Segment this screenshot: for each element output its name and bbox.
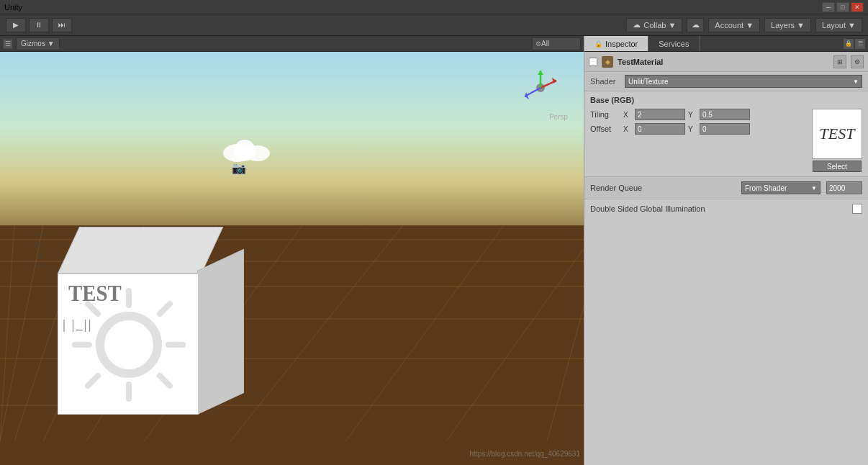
shader-value: Unlit/Texture xyxy=(628,78,669,86)
app-title: Unity xyxy=(4,3,22,12)
layers-dropdown[interactable]: Layers ▼ xyxy=(764,18,811,32)
render-queue-dropdown-value: From Shader xyxy=(745,184,787,192)
search-input[interactable] xyxy=(541,40,577,48)
render-queue-label: Render Queue xyxy=(590,184,736,192)
render-queue-value[interactable]: 2000 xyxy=(826,181,862,194)
offset-x-input[interactable] xyxy=(635,123,685,135)
select-label: Select xyxy=(827,163,847,171)
toolbar-right: ☁ Collab ▼ ☁ Account ▼ Layers ▼ Layout ▼ xyxy=(626,18,862,32)
layout-dropdown[interactable]: Layout ▼ xyxy=(815,18,862,32)
material-header: ◆ TestMaterial ⊞ ⚙ xyxy=(584,52,868,72)
collab-label: Collab ▼ xyxy=(643,21,676,30)
material-icon: ◆ xyxy=(602,56,613,68)
step-button[interactable]: ⏭ xyxy=(52,18,72,32)
minimize-button[interactable]: ─ xyxy=(822,2,835,12)
cube-front-face: TEST | |_|| xyxy=(58,274,199,415)
window-controls: ─ □ ✕ xyxy=(822,2,864,12)
tiling-y-input[interactable] xyxy=(700,109,750,120)
material-name-label: TestMaterial xyxy=(618,58,829,66)
cube-top-text: TEST xyxy=(32,231,45,272)
double-sided-row: Double Sided Global Illumination xyxy=(584,199,868,218)
collab-dropdown[interactable]: ☁ Collab ▼ xyxy=(626,18,682,32)
offset-x-label: X xyxy=(623,125,632,133)
layout-label: Layout ▼ xyxy=(822,21,856,30)
maximize-button[interactable]: □ xyxy=(836,2,849,12)
panel-lock-button[interactable]: 🔒 xyxy=(844,39,854,49)
inspector-content: ◆ TestMaterial ⊞ ⚙ Shader Unlit/Texture … xyxy=(584,52,868,465)
tiling-row: Tiling X Y xyxy=(590,109,806,120)
shader-row: Shader Unlit/Texture ▼ xyxy=(584,72,868,91)
camera-icon: 📷 xyxy=(232,161,246,175)
main-content: ☰ Gizmos ▼ ⚙ xyxy=(0,36,868,465)
svg-line-13 xyxy=(230,225,403,441)
gizmos-button[interactable]: Gizmos ▼ xyxy=(16,37,60,50)
svg-marker-30 xyxy=(538,71,543,75)
play-button[interactable]: ▶ xyxy=(6,18,26,32)
title-bar: Unity ─ □ ✕ xyxy=(0,0,868,14)
account-dropdown[interactable]: Account ▼ xyxy=(708,18,760,32)
texture-select-button[interactable]: Select xyxy=(813,161,862,172)
orientation-gizmo xyxy=(519,66,562,109)
render-queue-dropdown[interactable]: From Shader ▼ xyxy=(741,181,820,194)
watermark: https://blog.csdn.net/qq_40629631 xyxy=(470,450,580,458)
scene-toolbar: ☰ Gizmos ▼ ⚙ xyxy=(0,36,584,52)
cube-right-face xyxy=(197,249,244,415)
cloud-part-3 xyxy=(245,145,270,161)
scene-toolbar-right: ⚙ xyxy=(532,37,581,50)
tiling-x-input[interactable] xyxy=(635,109,685,120)
svg-line-7 xyxy=(0,225,14,441)
texture-preview: TEST xyxy=(812,109,862,159)
scene-cube: TEST | |_|| TEST xyxy=(22,206,230,415)
material-active-checkbox[interactable] xyxy=(589,58,597,66)
perspective-label: Persp xyxy=(549,113,568,121)
base-rgb-section: Base (RGB) Tiling X Y Offset xyxy=(584,91,868,177)
cube-text-middle: | |_|| xyxy=(63,317,92,333)
tab-services[interactable]: Services xyxy=(648,36,700,51)
render-queue-number: 2000 xyxy=(829,184,845,192)
gizmo-svg xyxy=(519,66,562,109)
tiling-label: Tiling xyxy=(590,110,620,119)
right-panel: 🔒 Inspector Services 🔒 ☰ ◆ TestMaterial … xyxy=(584,36,868,465)
texture-text-label: TEST xyxy=(820,125,855,143)
shader-dropdown[interactable]: Unlit/Texture ▼ xyxy=(625,75,862,88)
svg-marker-32 xyxy=(525,92,529,99)
main-toolbar: ▶ ⏸ ⏭ ☁ Collab ▼ ☁ Account ▼ Layers ▼ La… xyxy=(0,14,868,36)
double-sided-checkbox[interactable] xyxy=(852,204,862,214)
offset-y-input[interactable] xyxy=(700,123,750,135)
shader-dropdown-arrow: ▼ xyxy=(853,78,859,85)
tab-inspector[interactable]: 🔒 Inspector xyxy=(584,36,648,51)
svg-line-24 xyxy=(160,304,170,314)
texture-preview-container: TEST Select xyxy=(812,109,862,172)
offset-row: Offset X Y xyxy=(590,123,806,135)
collab-icon: ☁ xyxy=(633,20,641,30)
tiling-x-label: X xyxy=(623,111,632,119)
cube-text-top: TEST xyxy=(68,280,122,307)
scene-canvas[interactable]: TEST | |_|| TEST 📷 xyxy=(0,52,584,465)
material-icon-button[interactable]: ⊞ xyxy=(833,55,846,68)
pause-button[interactable]: ⏸ xyxy=(29,18,49,32)
svg-line-15 xyxy=(446,240,584,441)
svg-line-25 xyxy=(88,376,98,386)
search-icon: ⚙ xyxy=(535,40,541,48)
panel-menu-button[interactable]: ☰ xyxy=(855,39,865,49)
base-rgb-fields: Tiling X Y Offset X Y xyxy=(590,109,806,172)
render-queue-dropdown-arrow: ▼ xyxy=(811,185,817,191)
close-button[interactable]: ✕ xyxy=(851,2,864,12)
base-rgb-header: Base (RGB) xyxy=(590,96,862,104)
double-sided-label: Double Sided Global Illumination xyxy=(590,204,846,213)
tab-services-label: Services xyxy=(659,40,689,48)
scene-cloud: 📷 xyxy=(223,138,273,163)
cloud-button[interactable]: ☁ xyxy=(687,18,704,32)
offset-y-label: Y xyxy=(688,125,697,133)
info-icon: 🔒 xyxy=(595,40,602,48)
tiling-y-label: Y xyxy=(688,111,697,119)
scene-menu-button[interactable]: ☰ xyxy=(3,39,13,49)
svg-line-23 xyxy=(160,376,170,386)
svg-point-17 xyxy=(100,316,158,374)
material-settings-button[interactable]: ⚙ xyxy=(851,55,864,68)
cube-top-face xyxy=(58,227,223,274)
panel-tab-controls: 🔒 ☰ xyxy=(844,36,868,51)
search-container: ⚙ xyxy=(532,37,581,50)
gizmos-label: Gizmos ▼ xyxy=(21,40,55,48)
render-queue-row: Render Queue From Shader ▼ 2000 xyxy=(584,177,868,199)
